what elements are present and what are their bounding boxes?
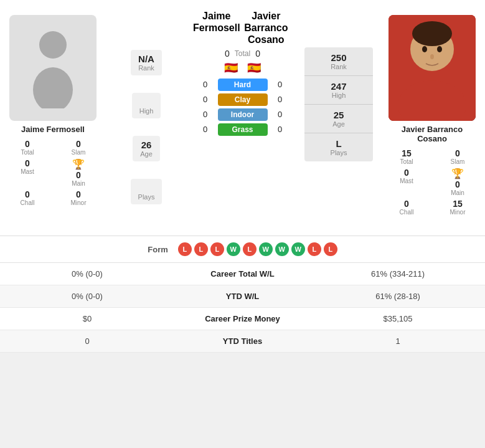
form-badge-4: L — [243, 242, 257, 256]
left-player-name: Jaime Fermosell — [21, 125, 85, 134]
left-chall-value: 0 — [25, 189, 30, 199]
left-player-avatar — [9, 15, 97, 121]
right-high-label: High — [311, 92, 367, 99]
middle-section: Jaime Fermosell Javier Barranco Cosano 0… — [187, 10, 298, 226]
left-rank-value: N/A — [138, 54, 154, 64]
right-high-box: 247 High — [304, 76, 373, 105]
form-badge-7: W — [291, 242, 305, 256]
left-rank-label: Rank — [138, 64, 154, 72]
left-minor-label: Minor — [70, 199, 86, 206]
right-center-panel: 250 Rank 247 High 25 Age L Plays — [298, 10, 379, 226]
left-plays-value — [138, 183, 155, 193]
stats-right-val-2: $35,105 — [311, 314, 485, 323]
left-total-label: Total — [21, 149, 34, 156]
surface-row-clay: 0 Clay 0 — [193, 93, 292, 106]
left-slam-stat: 0 Slam — [56, 139, 101, 156]
form-badge-6: W — [275, 242, 289, 256]
left-total-score: 0 — [225, 49, 230, 59]
right-rank-box: 250 Rank — [304, 47, 373, 76]
form-badge-9: L — [324, 242, 337, 256]
right-mast-label: Mast — [400, 178, 413, 184]
indoor-badge: Indoor — [218, 108, 268, 121]
right-flag: 🇪🇸 — [247, 61, 261, 75]
left-total-value: 0 — [25, 139, 30, 149]
right-chall-stat: 0 Chall — [384, 199, 429, 216]
left-high-value — [139, 97, 154, 107]
top-names: Jaime Fermosell Javier Barranco Cosano — [187, 10, 298, 46]
right-rank-value: 250 — [311, 52, 367, 63]
total-scores-row: 0 Total 0 — [225, 49, 260, 59]
left-stats-grid: 0 Total 0 Slam 0 Mast 🏆 0 Main — [5, 139, 101, 206]
left-age-box: 26 Age — [133, 136, 160, 161]
left-plays-box: Plays — [131, 179, 162, 204]
right-name-header: Javier Barranco Cosano — [240, 10, 292, 46]
clay-right-score: 0 — [274, 95, 286, 104]
left-name-header: Jaime Fermosell — [193, 10, 240, 46]
right-plays-value: L — [311, 138, 367, 149]
left-high-box: High — [132, 93, 161, 118]
svg-point-6 — [422, 46, 427, 52]
svg-point-8 — [430, 54, 434, 59]
stats-center-label-1: YTD W/L — [174, 292, 311, 301]
left-chall-label: Chall — [21, 199, 35, 206]
grass-left-score: 0 — [199, 125, 212, 134]
left-age-value: 26 — [140, 140, 153, 150]
right-slam-stat: 0 Slam — [435, 148, 480, 165]
right-chall-value: 0 — [404, 199, 409, 209]
left-age-label: Age — [140, 150, 153, 158]
right-trophy-icon: 🏆 — [451, 168, 464, 179]
surface-row-hard: 0 Hard 0 — [193, 79, 292, 91]
right-slam-value: 0 — [455, 148, 460, 158]
right-total-score: 0 — [255, 49, 260, 59]
right-total-stat: 15 Total — [384, 148, 429, 165]
left-player-card: Jaime Fermosell 0 Total 0 Slam 0 Mast 🏆 — [0, 10, 106, 226]
flags-row: 🇪🇸 🇪🇸 — [187, 61, 298, 75]
left-mast-label: Mast — [21, 168, 34, 175]
left-rank-box: N/A Rank — [131, 50, 162, 75]
stats-right-val-3: 1 — [311, 336, 485, 346]
right-age-label: Age — [311, 120, 367, 128]
indoor-left-score: 0 — [199, 110, 212, 119]
right-main-label: Main — [451, 189, 464, 196]
clay-badge: Clay — [218, 93, 268, 106]
left-slam-label: Slam — [72, 149, 86, 156]
svg-point-1 — [33, 67, 73, 108]
left-minor-value: 0 — [76, 189, 81, 199]
left-main-stat: 0 Main — [72, 170, 85, 187]
right-plays-box: L Plays — [304, 133, 373, 161]
trophy-icon: 🏆 — [72, 158, 85, 170]
left-flag: 🇪🇸 — [224, 61, 238, 75]
indoor-right-score: 0 — [274, 110, 286, 119]
left-main-label: Main — [72, 180, 85, 187]
right-rank-label: Rank — [311, 63, 367, 70]
grass-right-score: 0 — [274, 125, 286, 134]
right-total-value: 15 — [402, 148, 412, 158]
right-chall-label: Chall — [400, 209, 414, 216]
stats-left-val-3: 0 — [0, 336, 174, 346]
svg-point-0 — [39, 31, 67, 59]
stats-left-val-0: 0% (0-0) — [0, 269, 174, 279]
hard-badge: Hard — [218, 79, 268, 91]
player-section: Jaime Fermosell 0 Total 0 Slam 0 Mast 🏆 — [0, 0, 485, 236]
main-container: Jaime Fermosell 0 Total 0 Slam 0 Mast 🏆 — [0, 0, 485, 353]
stats-center-label-0: Career Total W/L — [174, 269, 311, 279]
stats-left-val-2: $0 — [0, 314, 174, 323]
left-minor-stat: 0 Minor — [56, 189, 101, 206]
svg-point-7 — [437, 46, 442, 52]
left-plays-label: Plays — [138, 193, 155, 201]
right-mast-value: 0 — [404, 168, 409, 178]
form-label: Form — [148, 245, 168, 254]
total-label: Total — [235, 49, 250, 58]
grass-badge: Grass — [218, 123, 268, 136]
form-badge-2: L — [210, 242, 224, 256]
right-minor-value: 15 — [453, 199, 463, 209]
form-badge-5: W — [259, 242, 273, 256]
form-badges: LLLWLWWWLL — [178, 242, 337, 256]
right-high-value: 247 — [311, 81, 367, 92]
form-badge-8: L — [308, 242, 321, 256]
stats-right-val-0: 61% (334-211) — [311, 269, 485, 279]
right-main-stat: 0 Main — [451, 179, 464, 196]
stats-table: 0% (0-0)Career Total W/L61% (334-211)0% … — [0, 262, 485, 353]
hard-left-score: 0 — [199, 80, 212, 89]
clay-left-score: 0 — [199, 95, 212, 104]
